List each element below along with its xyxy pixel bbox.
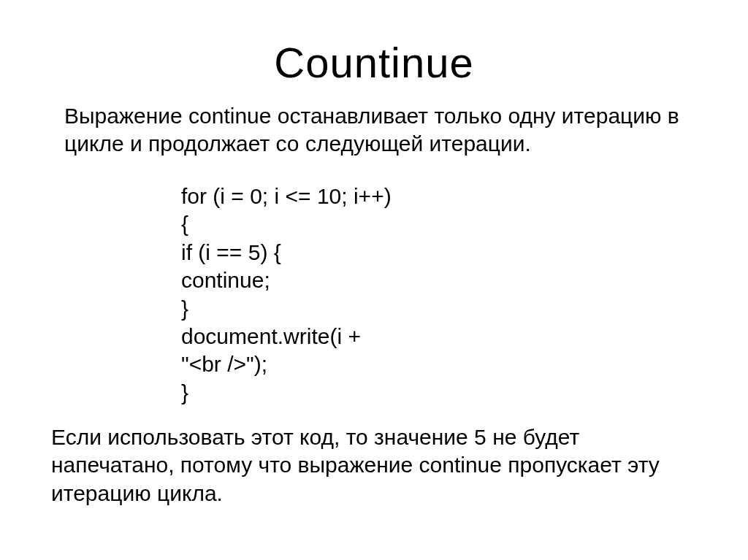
slide: Countinue Выражение continue останавлива… xyxy=(0,0,748,560)
slide-title: Countinue xyxy=(0,38,748,87)
intro-paragraph: Выражение continue останавливает только … xyxy=(64,102,700,157)
code-block: for (i = 0; i <= 10; i++) { if (i == 5) … xyxy=(181,183,392,407)
outro-paragraph: Если использовать этот код, то значение … xyxy=(51,423,701,507)
